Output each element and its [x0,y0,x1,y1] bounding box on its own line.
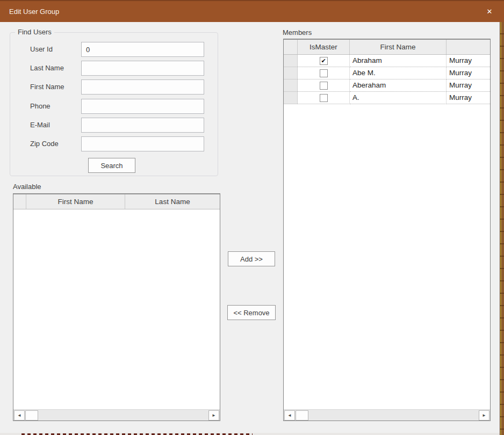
table-row[interactable]: A. Murray [284,92,490,104]
ismaster-cell[interactable]: ✔ [298,55,350,67]
members-first-name-header[interactable]: First Name [350,40,447,54]
email-label: E-Mail [30,118,50,133]
zip-code-label: Zip Code [30,136,59,151]
available-grid: First Name Last Name ◄ ► [13,193,220,421]
add-button[interactable]: Add >> [228,251,275,266]
scroll-left-arrow-icon[interactable]: ◄ [284,410,295,421]
available-grid-header: First Name Last Name [13,194,220,209]
available-selector-header[interactable] [13,194,26,209]
last-name-cell[interactable]: Murray [447,79,490,92]
row-selector[interactable] [284,55,298,67]
background-app-right-sliver [500,22,504,435]
row-selector[interactable] [284,92,298,104]
available-first-name-header[interactable]: First Name [26,194,125,209]
table-row[interactable]: Aberaham Murray [284,79,490,92]
title-bar: Edit User Group ✕ [0,0,504,22]
available-last-name-header[interactable]: Last Name [125,194,220,209]
first-name-cell[interactable]: Aberaham [350,79,447,92]
search-button[interactable]: Search [88,158,135,173]
ismaster-checkbox[interactable]: ✔ [320,57,328,65]
ismaster-cell[interactable] [298,79,350,92]
members-scroll-thumb[interactable] [296,410,308,421]
first-name-cell[interactable]: A. [350,92,447,104]
edit-user-group-dialog: Edit User Group ✕ Find Users User Id Las… [0,0,504,435]
members-grid-header: IsMaster First Name [284,40,490,55]
background-app-bottom-sliver [0,433,500,435]
members-ismaster-header[interactable]: IsMaster [298,40,350,54]
last-name-cell[interactable]: Murray [447,55,490,67]
last-name-label: Last Name [30,61,64,76]
find-users-legend: Find Users [15,28,54,36]
phone-field[interactable] [81,99,204,114]
scroll-right-arrow-icon[interactable]: ► [208,410,219,421]
scroll-left-arrow-icon[interactable]: ◄ [14,410,25,421]
ismaster-checkbox[interactable] [320,82,328,90]
find-users-groupbox: Find Users User Id Last Name First Name … [10,32,218,176]
table-row[interactable]: ✔ Abraham Murray [284,55,490,67]
available-grid-body[interactable] [13,209,220,409]
remove-button[interactable]: << Remove [227,305,276,320]
row-selector[interactable] [284,79,298,92]
ismaster-checkbox[interactable] [320,94,328,102]
last-name-cell[interactable]: Murray [447,92,490,104]
members-selector-header[interactable] [284,40,298,54]
available-label: Available [13,183,41,191]
window-title: Edit User Group [9,1,59,22]
close-icon[interactable]: ✕ [481,1,498,22]
last-name-field[interactable] [81,61,204,76]
phone-label: Phone [30,99,51,114]
members-h-scrollbar[interactable]: ◄ ► [284,409,490,421]
first-name-cell[interactable]: Abraham [350,55,447,67]
members-grid-body[interactable]: ✔ Abraham Murray Abe M. Murray Aberaham [284,55,490,409]
user-id-label: User Id [30,42,53,57]
row-selector[interactable] [284,67,298,79]
first-name-field[interactable] [81,79,204,95]
ismaster-cell[interactable] [298,92,350,104]
first-name-cell[interactable]: Abe M. [350,67,447,79]
zip-code-field[interactable] [81,136,204,151]
scroll-right-arrow-icon[interactable]: ► [479,410,489,421]
last-name-cell[interactable]: Murray [447,67,490,79]
members-last-name-header[interactable] [447,40,490,54]
available-h-scrollbar[interactable]: ◄ ► [13,409,220,421]
members-label: Members [283,28,312,37]
table-row[interactable]: Abe M. Murray [284,67,490,79]
first-name-label: First Name [30,79,64,95]
ismaster-cell[interactable] [298,67,350,79]
members-grid: IsMaster First Name ✔ Abraham Murray Abe… [283,39,491,421]
available-scroll-thumb[interactable] [25,410,38,421]
email-field[interactable] [81,118,204,133]
ismaster-checkbox[interactable] [320,69,328,77]
user-id-field[interactable] [81,42,204,57]
